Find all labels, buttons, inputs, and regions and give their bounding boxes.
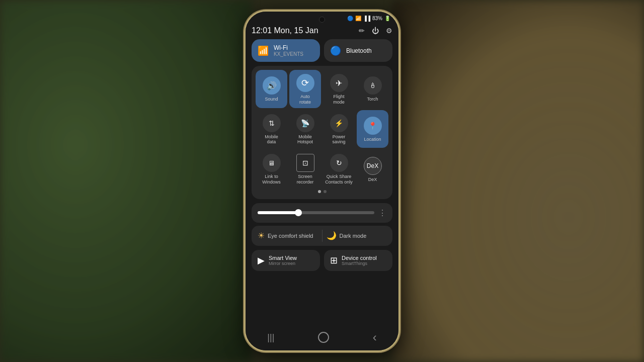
mobile-hotspot-icon: 📡: [296, 114, 314, 132]
dot-1: [318, 190, 321, 193]
device-control-tile[interactable]: ⊞ Device control SmartThings: [324, 250, 392, 271]
dark-mode-label: Dark mode: [340, 233, 367, 239]
tile-sound[interactable]: 🔊 Sound: [256, 70, 287, 108]
smart-view-tile[interactable]: ▶ Smart View Mirror screen: [252, 250, 320, 271]
tile-torch[interactable]: 🕯 Torch: [357, 70, 388, 108]
comfort-divider: [322, 230, 323, 242]
torch-label: Torch: [367, 97, 378, 102]
tile-quick-share[interactable]: ↻ Quick ShareContacts only: [323, 150, 355, 188]
mobile-data-label: Mobiledata: [265, 134, 278, 145]
battery-icon: 🔋: [384, 16, 390, 21]
location-icon: 📍: [364, 117, 382, 135]
torch-icon: 🕯: [364, 76, 382, 95]
screen-recorder-icon: ⊡: [296, 154, 314, 172]
battery-text: 83%: [372, 16, 382, 21]
auto-rotate-icon: ⟳: [296, 74, 314, 92]
power-saving-icon: ⚡: [330, 114, 348, 132]
power-saving-label: Powersaving: [332, 134, 345, 145]
dex-label: DeX: [368, 177, 377, 183]
wifi-info: Wi-Fi KX_EVENTS: [274, 44, 303, 57]
nav-recents-icon[interactable]: |||: [267, 332, 274, 343]
device-control-title: Device control: [342, 255, 377, 261]
edit-icon[interactable]: ✏: [359, 27, 365, 35]
eye-comfort-icon: ☀: [258, 231, 265, 240]
device-control-info: Device control SmartThings: [342, 255, 377, 266]
dots-row: [256, 188, 388, 195]
mobile-hotspot-label: MobileHotspot: [297, 134, 313, 145]
settings-icon[interactable]: ⚙: [386, 27, 392, 35]
tile-mobile-data[interactable]: ⇅ Mobiledata: [256, 110, 287, 148]
datetime-display: 12:01 Mon, 15 Jan: [252, 26, 318, 35]
bluetooth-tile[interactable]: 🔵 Bluetooth: [324, 39, 392, 62]
tiles-container: 🔊 Sound ⟳ Autorotate ✈ Flightmode 🕯 Torc…: [252, 66, 392, 199]
quick-panel: 12:01 Mon, 15 Jan ✏ ⏻ ⚙ 📶 Wi-Fi KX_EVENT…: [246, 23, 398, 326]
tile-auto-rotate[interactable]: ⟳ Autorotate: [289, 70, 321, 108]
smart-view-title: Smart View: [269, 255, 297, 261]
sound-label: Sound: [265, 97, 278, 102]
eye-comfort-button[interactable]: ☀ Eye comfort shield: [258, 231, 318, 240]
device-control-sub: SmartThings: [342, 261, 377, 266]
tile-power-saving[interactable]: ⚡ Powersaving: [323, 110, 355, 148]
status-icons: 🔵 📶 ▐▐ 83% 🔋: [347, 16, 390, 21]
header-row: 12:01 Mon, 15 Jan ✏ ⏻ ⚙: [252, 23, 392, 39]
nav-bar: ||| ‹: [246, 326, 398, 350]
dot-2: [324, 190, 327, 193]
brightness-more-button[interactable]: ⋮: [378, 208, 386, 218]
link-to-windows-label: Link toWindows: [262, 174, 281, 185]
brightness-thumb[interactable]: [295, 209, 302, 216]
header-icons: ✏ ⏻ ⚙: [359, 27, 392, 35]
bottom-row: ▶ Smart View Mirror screen ⊞ Device cont…: [252, 250, 392, 271]
smart-view-icon: ▶: [258, 255, 265, 266]
tile-link-to-windows[interactable]: 🖥 Link toWindows: [256, 150, 287, 188]
tile-flight-mode[interactable]: ✈ Flightmode: [323, 70, 355, 108]
wifi-status-icon: 📶: [355, 16, 361, 21]
wifi-tile[interactable]: 📶 Wi-Fi KX_EVENTS: [252, 39, 320, 62]
dark-mode-button[interactable]: 🌙 Dark mode: [327, 231, 387, 240]
brightness-slider-fill: [258, 211, 298, 214]
bluetooth-icon: 🔵: [330, 45, 341, 56]
dex-icon: DeX: [364, 157, 382, 175]
wifi-icon: 📶: [258, 45, 269, 56]
nav-home-button[interactable]: [318, 332, 329, 343]
device-control-icon: ⊞: [330, 255, 338, 266]
eye-comfort-label: Eye comfort shield: [268, 233, 313, 239]
tile-mobile-hotspot[interactable]: 📡 MobileHotspot: [289, 110, 321, 148]
link-to-windows-icon: 🖥: [263, 154, 281, 172]
tile-dex[interactable]: DeX DeX: [357, 150, 388, 188]
brightness-slider-track[interactable]: [258, 211, 374, 214]
location-label: Location: [364, 137, 381, 142]
wifi-label: Wi-Fi: [274, 44, 303, 51]
camera-notch: [319, 17, 325, 23]
flight-mode-label: Flightmode: [333, 94, 345, 105]
brightness-slider-row: ⋮: [252, 203, 392, 223]
smart-view-sub: Mirror screen: [269, 261, 297, 266]
sound-icon: 🔊: [263, 76, 281, 95]
wifi-sub: KX_EVENTS: [274, 51, 303, 57]
bluetooth-info: Bluetooth: [346, 47, 372, 54]
quick-share-label: Quick ShareContacts only: [325, 174, 353, 185]
signal-icon: ▐▐: [363, 16, 370, 21]
auto-rotate-label: Autorotate: [299, 94, 311, 105]
screen-recorder-label: Screenrecorder: [297, 174, 314, 185]
tile-location[interactable]: 📍 Location: [357, 110, 388, 148]
comfort-row: ☀ Eye comfort shield 🌙 Dark mode: [252, 226, 392, 246]
connectivity-row: 📶 Wi-Fi KX_EVENTS 🔵 Bluetooth: [252, 39, 392, 62]
tile-screen-recorder[interactable]: ⊡ Screenrecorder: [289, 150, 321, 188]
tiles-grid: 🔊 Sound ⟳ Autorotate ✈ Flightmode 🕯 Torc…: [256, 70, 388, 188]
flight-mode-icon: ✈: [330, 74, 348, 92]
power-icon[interactable]: ⏻: [372, 27, 379, 35]
smart-view-info: Smart View Mirror screen: [269, 255, 297, 266]
dark-mode-icon: 🌙: [327, 231, 337, 240]
phone-shell: 🔵 📶 ▐▐ 83% 🔋 12:01 Mon, 15 Jan ✏ ⏻ ⚙ 📶 W…: [244, 10, 400, 352]
quick-share-icon: ↻: [330, 154, 348, 172]
bluetooth-status-icon: 🔵: [347, 16, 353, 21]
mobile-data-icon: ⇅: [263, 114, 281, 132]
nav-back-icon[interactable]: ‹: [373, 330, 377, 344]
bluetooth-label: Bluetooth: [346, 47, 372, 54]
